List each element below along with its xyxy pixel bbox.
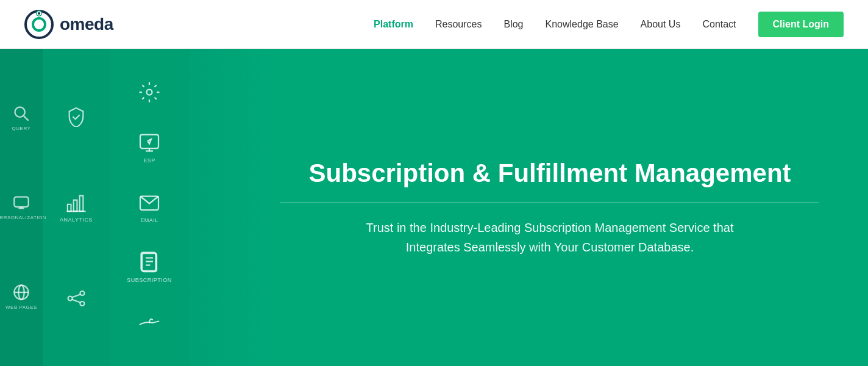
nav-blog[interactable]: Blog	[503, 19, 523, 30]
analytics-label: ANALYTICS	[60, 217, 93, 223]
esp-icon-item: ESP	[138, 132, 160, 164]
nav-knowledge-base[interactable]: Knowledge Base	[546, 19, 619, 30]
mid-icon-panel: ANALYTICS	[43, 49, 110, 366]
email-label: EMAIL	[140, 217, 158, 223]
svg-line-21	[72, 295, 80, 298]
header: omeda Platform Resources Blog Knowledge …	[0, 0, 868, 49]
svg-point-19	[80, 291, 84, 295]
client-login-button[interactable]: Client Login	[758, 12, 844, 37]
nav-about-us[interactable]: About Us	[641, 19, 681, 30]
connect-icon-item	[66, 288, 87, 309]
hand-icon	[138, 312, 160, 334]
svg-rect-24	[140, 134, 158, 148]
gear-icon-item	[138, 81, 160, 103]
subscription-icon-item: SUBSCRIPTION	[127, 251, 172, 283]
shield-icon-item	[66, 106, 87, 127]
svg-point-23	[147, 90, 152, 95]
svg-rect-28	[142, 253, 157, 272]
search-icon	[13, 105, 30, 122]
nav-contact[interactable]: Contact	[702, 19, 736, 30]
query-label: QUERY	[12, 126, 31, 131]
esp-label: ESP	[143, 157, 155, 164]
logo-icon	[24, 10, 54, 39]
svg-rect-14	[68, 204, 71, 211]
svg-rect-15	[74, 200, 77, 211]
monitor-cursor-icon	[138, 132, 160, 154]
globe-icon	[13, 284, 30, 301]
svg-rect-7	[14, 197, 28, 207]
webpages-icon-item: WEB PAGES	[5, 284, 37, 310]
gear-icon	[138, 81, 160, 103]
left-icon-strip: QUERY PERSONALIZATION WEB PAGES	[0, 49, 43, 366]
bar-chart-icon	[66, 192, 87, 213]
nav-platform[interactable]: Platform	[374, 19, 413, 30]
svg-point-4	[38, 12, 40, 15]
email-icon	[138, 192, 160, 214]
hero-section: QUERY PERSONALIZATION WEB PAGES	[0, 49, 868, 366]
logo[interactable]: omeda	[24, 10, 113, 39]
svg-point-1	[33, 18, 45, 31]
right-icon-panel: ESP EMAIL SUBSCRIPTION	[110, 49, 189, 366]
svg-line-6	[24, 116, 29, 121]
hero-content: Subscription & Fulfillment Management Tr…	[280, 159, 819, 257]
nodes-icon	[66, 288, 87, 309]
hero-divider	[280, 203, 819, 203]
main-nav: Platform Resources Blog Knowledge Base A…	[374, 12, 844, 37]
analytics-icon-item: ANALYTICS	[60, 192, 93, 223]
subscription-label: SUBSCRIPTION	[127, 277, 172, 283]
svg-point-5	[15, 107, 25, 117]
chat-icon	[13, 194, 30, 211]
hero-title: Subscription & Fulfillment Management	[280, 159, 819, 188]
subscription-list-icon	[138, 251, 160, 273]
svg-point-20	[80, 301, 84, 306]
svg-rect-16	[80, 196, 84, 212]
gradient-overlay	[189, 49, 274, 366]
hero-subtitle: Trust in the Industry-Leading Subscripti…	[343, 218, 757, 257]
svg-point-18	[68, 297, 73, 301]
personalization-icon-item: PERSONALIZATION	[0, 194, 46, 220]
personalization-label: PERSONALIZATION	[0, 215, 46, 220]
shield-icon	[66, 106, 87, 127]
service-icon-item	[138, 312, 160, 334]
svg-line-22	[72, 300, 80, 303]
query-icon-item: QUERY	[12, 105, 31, 131]
email-icon-item: EMAIL	[138, 192, 160, 223]
nav-resources[interactable]: Resources	[435, 19, 482, 30]
webpages-label: WEB PAGES	[5, 305, 37, 310]
logo-text: omeda	[60, 15, 113, 34]
